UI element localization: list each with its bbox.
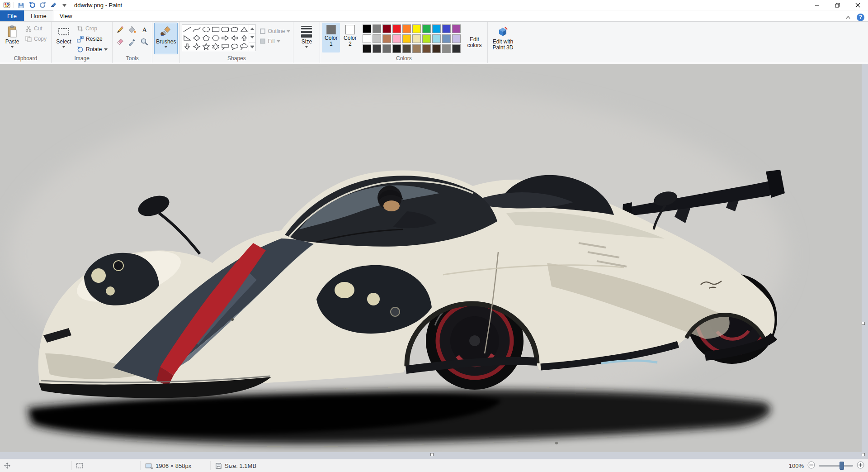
select-button[interactable]: Select bbox=[53, 23, 74, 54]
color1-button[interactable]: Color 1 bbox=[322, 23, 340, 52]
size-button[interactable]: Size bbox=[295, 23, 318, 54]
copy-label: Copy bbox=[34, 36, 47, 42]
shape-line[interactable] bbox=[182, 25, 192, 33]
palette-swatch[interactable] bbox=[402, 34, 411, 43]
resize-button[interactable]: Resize bbox=[74, 34, 110, 44]
palette-swatch[interactable] bbox=[432, 44, 441, 53]
rotate-button[interactable]: Rotate bbox=[74, 44, 110, 54]
palette-swatch[interactable] bbox=[422, 44, 431, 53]
zoom-slider-thumb[interactable] bbox=[840, 462, 844, 470]
tab-home[interactable]: Home bbox=[24, 10, 53, 21]
shape-cloud-callout[interactable] bbox=[239, 42, 249, 51]
outline-label: Outline bbox=[268, 28, 285, 34]
palette-swatch[interactable] bbox=[373, 24, 381, 33]
color2-button[interactable]: Color 2 bbox=[341, 23, 359, 52]
shape-rounded-rectangle[interactable] bbox=[220, 25, 230, 33]
tab-file[interactable]: File bbox=[0, 10, 24, 21]
magnifier-tool[interactable] bbox=[139, 36, 150, 48]
shape-outline-button[interactable]: Outline bbox=[259, 27, 290, 35]
palette-swatch[interactable] bbox=[363, 44, 371, 53]
text-tool[interactable]: A bbox=[139, 24, 150, 35]
shape-rectangle[interactable] bbox=[211, 25, 220, 33]
shapes-more-button[interactable] bbox=[249, 42, 255, 51]
palette-swatch[interactable] bbox=[452, 34, 461, 43]
shape-left-arrow[interactable] bbox=[230, 33, 239, 42]
collapse-ribbon-button[interactable] bbox=[844, 13, 852, 21]
paint3d-icon bbox=[497, 24, 509, 39]
palette-swatch[interactable] bbox=[442, 44, 451, 53]
palette-swatch[interactable] bbox=[382, 24, 391, 33]
redo-button[interactable] bbox=[38, 1, 47, 10]
shape-oval[interactable] bbox=[201, 25, 211, 33]
palette-swatch[interactable] bbox=[442, 34, 451, 43]
palette-swatch[interactable] bbox=[422, 24, 431, 33]
shape-diamond[interactable] bbox=[192, 33, 201, 42]
shape-fill-button[interactable]: Fill bbox=[259, 37, 290, 45]
qat-customize-button[interactable] bbox=[60, 1, 69, 10]
canvas-resize-handle-right[interactable] bbox=[862, 322, 865, 325]
palette-swatch[interactable] bbox=[392, 44, 401, 53]
shape-polygon[interactable] bbox=[230, 25, 239, 33]
crop-button[interactable]: Crop bbox=[74, 24, 110, 33]
brushes-button[interactable]: Brushes bbox=[154, 23, 178, 54]
shape-up-arrow[interactable] bbox=[239, 33, 249, 42]
palette-swatch[interactable] bbox=[412, 34, 421, 43]
palette-swatch[interactable] bbox=[422, 34, 431, 43]
palette-swatch[interactable] bbox=[382, 34, 391, 43]
palette-swatch[interactable] bbox=[373, 44, 381, 53]
palette-swatch[interactable] bbox=[392, 34, 401, 43]
zoom-slider[interactable] bbox=[819, 465, 853, 467]
palette-swatch[interactable] bbox=[432, 24, 441, 33]
zoom-in-button[interactable] bbox=[857, 461, 864, 470]
palette-swatch[interactable] bbox=[363, 34, 371, 43]
tab-view[interactable]: View bbox=[53, 10, 79, 21]
canvas-resize-handle-corner[interactable] bbox=[862, 453, 865, 456]
palette-swatch[interactable] bbox=[392, 24, 401, 33]
undo-button[interactable] bbox=[28, 1, 36, 10]
color-picker-tool[interactable] bbox=[127, 36, 138, 48]
help-button[interactable]: ? bbox=[857, 14, 864, 21]
canvas-resize-handle-bottom[interactable] bbox=[430, 453, 434, 456]
close-button[interactable] bbox=[848, 0, 868, 10]
palette-swatch[interactable] bbox=[452, 44, 461, 53]
shape-right-arrow[interactable] bbox=[220, 33, 230, 42]
shape-hexagon[interactable] bbox=[211, 33, 220, 42]
shape-oval-callout[interactable] bbox=[230, 42, 239, 51]
shape-pentagon[interactable] bbox=[201, 33, 211, 42]
palette-swatch[interactable] bbox=[402, 44, 411, 53]
shapes-scroll-down-button[interactable] bbox=[249, 33, 255, 42]
shape-down-arrow[interactable] bbox=[182, 42, 192, 51]
palette-swatch[interactable] bbox=[412, 24, 421, 33]
file-size-indicator: Size: 1.1MB bbox=[215, 459, 256, 472]
shape-five-point-star[interactable] bbox=[201, 42, 211, 51]
cut-button[interactable]: Cut bbox=[23, 24, 49, 33]
minimize-button[interactable] bbox=[807, 0, 827, 10]
pencil-tool[interactable] bbox=[114, 24, 126, 35]
shape-right-triangle[interactable] bbox=[182, 33, 192, 42]
shape-curve[interactable] bbox=[192, 25, 201, 33]
save-button[interactable] bbox=[17, 1, 25, 10]
palette-swatch[interactable] bbox=[382, 44, 391, 53]
crop-label: Crop bbox=[85, 25, 97, 32]
palette-swatch[interactable] bbox=[442, 24, 451, 33]
palette-swatch[interactable] bbox=[432, 34, 441, 43]
zoom-out-button[interactable] bbox=[807, 461, 815, 470]
shape-six-point-star[interactable] bbox=[211, 42, 220, 51]
shape-four-point-star[interactable] bbox=[192, 42, 201, 51]
shapes-scroll-up-button[interactable] bbox=[249, 25, 255, 33]
paste-button[interactable]: Paste bbox=[2, 23, 23, 54]
palette-swatch[interactable] bbox=[452, 24, 461, 33]
copy-button[interactable]: Copy bbox=[23, 34, 49, 44]
palette-swatch[interactable] bbox=[363, 24, 371, 33]
paint3d-button[interactable]: Edit with Paint 3D bbox=[490, 23, 516, 54]
shape-triangle[interactable] bbox=[239, 25, 249, 33]
edit-colors-button[interactable]: Edit colors bbox=[464, 23, 485, 52]
canvas[interactable] bbox=[0, 64, 862, 452]
palette-swatch[interactable] bbox=[412, 44, 421, 53]
palette-swatch[interactable] bbox=[373, 34, 381, 43]
restore-button[interactable] bbox=[827, 0, 848, 10]
shape-rounded-callout[interactable] bbox=[220, 42, 230, 51]
fill-tool[interactable] bbox=[127, 24, 138, 35]
eraser-tool[interactable] bbox=[114, 36, 126, 48]
palette-swatch[interactable] bbox=[402, 24, 411, 33]
